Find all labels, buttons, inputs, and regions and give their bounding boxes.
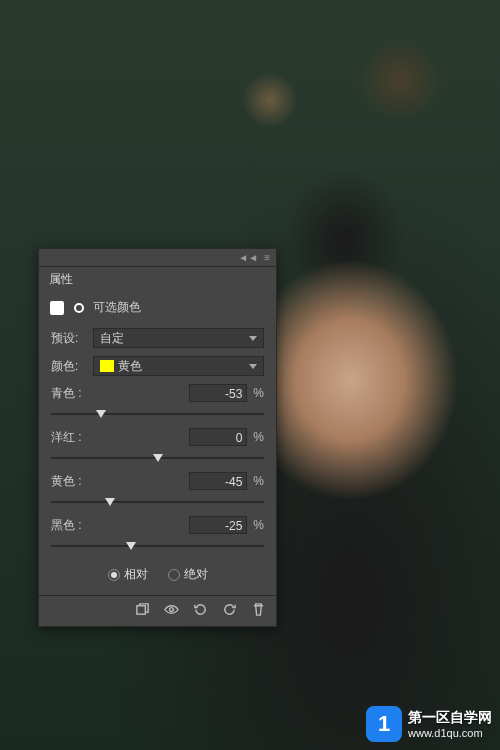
preset-row: 预设: 自定 <box>39 324 276 352</box>
adjustment-icon <box>49 300 65 316</box>
panel-footer <box>39 595 276 626</box>
collapse-icon[interactable]: ◄◄ <box>238 252 258 263</box>
magenta-unit: % <box>253 430 264 444</box>
black-input[interactable]: -25 <box>189 516 247 534</box>
radio-dot-icon <box>108 569 120 581</box>
panel-tab-label: 属性 <box>49 271 73 288</box>
method-absolute[interactable]: 绝对 <box>168 566 208 583</box>
yellow-unit: % <box>253 474 264 488</box>
trash-icon[interactable] <box>251 602 266 620</box>
magenta-label: 洋红 : <box>51 429 82 446</box>
panel-tab-properties[interactable]: 属性 <box>39 267 276 291</box>
black-label: 黑色 : <box>51 517 82 534</box>
color-row: 颜色: 黄色 <box>39 352 276 380</box>
color-label: 颜色: <box>51 358 87 375</box>
magenta-thumb[interactable] <box>153 454 163 462</box>
visibility-icon[interactable] <box>164 602 179 620</box>
adjustment-title-label: 可选颜色 <box>93 299 141 316</box>
adjustment-header: 可选颜色 <box>39 291 276 324</box>
method-relative[interactable]: 相对 <box>108 566 148 583</box>
radio-dot-icon <box>168 569 180 581</box>
cyan-thumb[interactable] <box>96 410 106 418</box>
preset-select[interactable]: 自定 <box>93 328 264 348</box>
watermark-logo: 1 <box>366 706 402 742</box>
magenta-input[interactable]: 0 <box>189 428 247 446</box>
mask-icon[interactable] <box>71 300 87 316</box>
method-row: 相对 绝对 <box>39 556 276 595</box>
yellow-input[interactable]: -45 <box>189 472 247 490</box>
cyan-slider[interactable] <box>51 408 264 422</box>
magenta-slider[interactable] <box>51 452 264 466</box>
watermark: 1 第一区自学网 www.d1qu.com <box>366 706 492 742</box>
preset-value: 自定 <box>100 330 124 347</box>
color-value: 黄色 <box>118 358 142 375</box>
properties-panel: ◄◄ ≡ 属性 可选颜色 预设: 自定 颜色: 黄色 青色 : -53 % <box>38 248 277 627</box>
yellow-thumb[interactable] <box>105 498 115 506</box>
watermark-url: www.d1qu.com <box>408 727 492 739</box>
watermark-text: 第一区自学网 <box>408 709 492 727</box>
cyan-input[interactable]: -53 <box>189 384 247 402</box>
cyan-label: 青色 : <box>51 385 82 402</box>
black-thumb[interactable] <box>126 542 136 550</box>
black-unit: % <box>253 518 264 532</box>
color-swatch <box>100 360 114 372</box>
relative-label: 相对 <box>124 566 148 583</box>
color-select[interactable]: 黄色 <box>93 356 264 376</box>
cyan-unit: % <box>253 386 264 400</box>
preset-label: 预设: <box>51 330 87 347</box>
slider-cyan: 青色 : -53 % <box>39 380 276 424</box>
svg-rect-0 <box>137 606 145 614</box>
slider-yellow: 黄色 : -45 % <box>39 468 276 512</box>
yellow-label: 黄色 : <box>51 473 82 490</box>
slider-magenta: 洋红 : 0 % <box>39 424 276 468</box>
clip-icon[interactable] <box>135 602 150 620</box>
reset-icon[interactable] <box>222 602 237 620</box>
yellow-slider[interactable] <box>51 496 264 510</box>
slider-black: 黑色 : -25 % <box>39 512 276 556</box>
panel-menu-icon[interactable]: ≡ <box>264 252 270 263</box>
black-slider[interactable] <box>51 540 264 554</box>
panel-topbar: ◄◄ ≡ <box>39 249 276 267</box>
absolute-label: 绝对 <box>184 566 208 583</box>
svg-point-1 <box>170 608 174 612</box>
previous-icon[interactable] <box>193 602 208 620</box>
